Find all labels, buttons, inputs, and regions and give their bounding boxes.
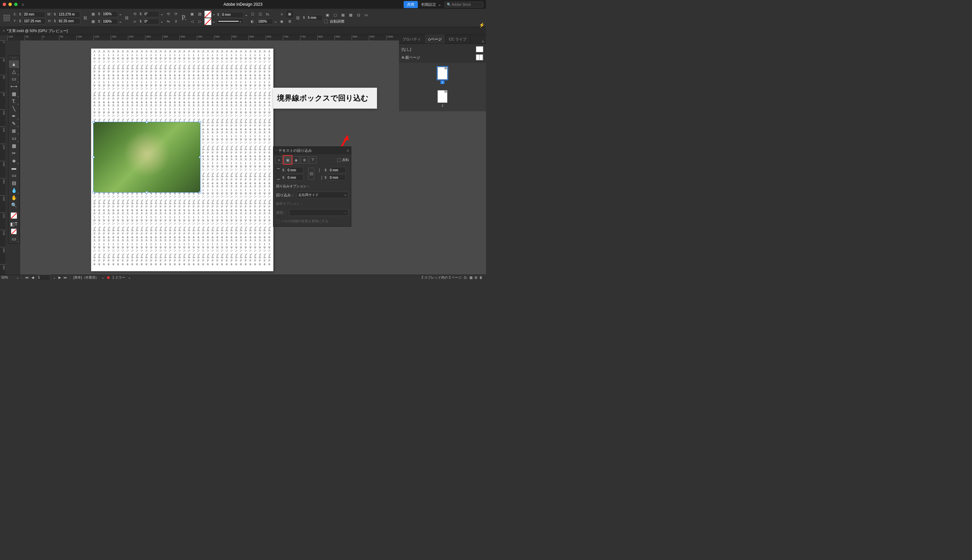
type-tool[interactable]: T. <box>9 97 19 105</box>
wrap-shape-bar-icon[interactable]: ◉ <box>279 18 285 25</box>
center-content-icon[interactable]: ⊡ <box>355 12 362 18</box>
w-input[interactable] <box>57 12 80 18</box>
flip-v-icon[interactable]: ⥯ <box>172 18 179 25</box>
content-collector-tool[interactable]: ▦ <box>9 90 19 97</box>
x-input[interactable] <box>23 12 45 18</box>
pencil-tool[interactable]: ✎ <box>9 120 19 127</box>
page-nav-next-icon[interactable]: ▶ <box>58 276 61 279</box>
eyedropper-tool[interactable]: 💧 <box>9 187 19 194</box>
page-tool[interactable]: ▭ <box>9 75 19 83</box>
master-none-row[interactable]: [なし] <box>401 45 484 53</box>
rectangle-frame-tool[interactable]: ⊠ <box>9 127 19 135</box>
page-nav-last-icon[interactable]: ⏭ <box>64 276 67 279</box>
table-tool[interactable]: ▦ <box>9 142 19 150</box>
stroke-swatch[interactable] <box>205 18 211 25</box>
home-icon[interactable]: ⌂ <box>22 2 24 7</box>
toolbox-grip-icon[interactable]: «» <box>8 56 19 60</box>
wrap-jump-button[interactable]: ≣ <box>301 156 308 163</box>
fill-stroke-toggle[interactable] <box>9 211 19 220</box>
page-nav-first-icon[interactable]: ⏮ <box>25 276 29 279</box>
stroke-weight-input[interactable] <box>221 12 244 18</box>
gap-tool[interactable]: ⟷ <box>9 83 19 90</box>
auto-fit-checkbox[interactable] <box>324 20 328 23</box>
gradient-feather-tool[interactable]: ▭ <box>9 172 19 179</box>
wrap-none-button[interactable]: ≡ <box>276 156 283 163</box>
page-thumb-1[interactable]: A <box>438 67 448 80</box>
wrap-bbox-bar-icon[interactable]: ▣ <box>286 11 293 18</box>
tab-pages[interactable]: ◇ ページ <box>424 35 446 43</box>
resize-handle[interactable] <box>146 191 148 193</box>
panel-menu-icon[interactable]: ≡ <box>347 148 349 152</box>
apply-color-icon[interactable]: ◧T <box>9 220 19 228</box>
offset-top-input[interactable] <box>286 167 303 173</box>
offset-left-input[interactable] <box>328 167 346 173</box>
document-page-1[interactable]: ストサンプルテキストサンプルテキストサンプルテキストサンプルテキストサンプルテキ… <box>91 48 273 271</box>
corner-live-icon[interactable]: ◫ <box>257 11 264 18</box>
workspace-preset[interactable]: 初期設定 ⌄ <box>421 2 441 7</box>
image-frame-selected[interactable] <box>93 122 200 193</box>
wrap-none-bar-icon[interactable]: ≡ <box>279 11 285 18</box>
select-content-icon[interactable]: ▨ <box>196 11 203 18</box>
free-transform-tool[interactable]: ◈ <box>9 157 19 164</box>
status-icon-2[interactable]: ▦ <box>469 276 473 279</box>
error-count[interactable]: 1 エラー <box>112 275 125 280</box>
h-input[interactable] <box>57 18 80 24</box>
resize-handle[interactable] <box>199 121 201 123</box>
minimize-window-icon[interactable] <box>8 3 12 6</box>
resize-handle[interactable] <box>92 191 95 193</box>
gradient-swatch-tool[interactable]: ▬ <box>9 164 19 172</box>
bolt-icon[interactable]: ⚡ <box>479 22 484 28</box>
resize-handle[interactable] <box>199 156 201 158</box>
fit-frame-icon[interactable]: ▣ <box>324 12 331 18</box>
corner-option-icon[interactable]: ◻ <box>249 11 256 18</box>
flip-h-icon[interactable]: ⇋ <box>165 18 172 25</box>
wrap-link-icon[interactable]: ⛓ <box>294 15 301 21</box>
scale-y-input[interactable] <box>102 18 118 25</box>
y-input[interactable] <box>23 18 45 24</box>
document-tab[interactable]: ×*文章.indd @ 50% [GPU プレビュー] <box>3 28 68 33</box>
stock-search-input[interactable]: 🔍 Adobe Stock <box>444 2 483 7</box>
wrap-jump-next-button[interactable]: 下 <box>309 156 317 163</box>
master-parent-row[interactable]: A-親ページ <box>401 53 484 62</box>
offset-right-input[interactable] <box>328 174 346 180</box>
page-nav-prev-icon[interactable]: ◀ <box>32 276 34 279</box>
scissors-tool[interactable]: ✂ <box>9 150 19 157</box>
constrain-wh-icon[interactable]: ⛓ <box>82 15 89 21</box>
tab-properties[interactable]: プロパティ <box>399 35 424 43</box>
preflight-profile[interactable]: [基本]（作業用） <box>73 275 99 280</box>
invert-checkbox[interactable] <box>337 158 341 162</box>
page-nav-input[interactable] <box>37 275 50 280</box>
link-offsets-icon[interactable]: ⛓ <box>308 168 314 180</box>
line-tool[interactable]: ╲ <box>9 105 19 112</box>
selection-tool[interactable]: ▲ <box>9 60 19 68</box>
text-wrap-panel-header[interactable]: × テキストの回り込み ≡ <box>273 147 351 154</box>
select-container-icon[interactable]: ▣ <box>189 11 195 18</box>
shear-input[interactable] <box>143 18 159 25</box>
delete-page-icon[interactable]: 🗑 <box>479 276 483 279</box>
wrap-shape-button[interactable]: ◉ <box>292 156 300 163</box>
panel-stack-menu-icon[interactable]: ≡ <box>480 40 486 43</box>
close-tab-icon[interactable]: × <box>3 29 5 33</box>
error-indicator-icon[interactable] <box>107 276 110 279</box>
fit-content-icon[interactable]: ▢ <box>332 12 339 18</box>
panel-grip-icon[interactable]: × <box>276 149 277 152</box>
share-button[interactable]: 共有 <box>404 1 418 8</box>
note-tool[interactable]: ▤ <box>9 179 19 187</box>
zoom-value[interactable]: 50% <box>2 276 13 279</box>
status-icon-1[interactable]: ⊡. <box>464 276 468 279</box>
rotate-cw-icon[interactable]: ⟳ <box>172 11 179 18</box>
tab-cc-libraries[interactable]: CC ライブ <box>446 35 470 43</box>
page-thumb-2[interactable]: A <box>438 90 448 103</box>
constrain-scale-icon[interactable]: ⛓ <box>123 15 130 21</box>
effects-icon[interactable]: fx. <box>265 11 271 18</box>
select-prev-icon[interactable]: ◁ <box>189 18 195 25</box>
view-mode-icon[interactable]: ▭ <box>9 235 19 243</box>
zoom-tool[interactable]: 🔍 <box>9 202 19 209</box>
opacity-input[interactable] <box>257 18 273 25</box>
clear-fit-icon[interactable]: ▭ <box>363 12 369 18</box>
stroke-style-select[interactable]: ⌄ <box>217 18 244 24</box>
apply-none-icon[interactable] <box>9 228 19 235</box>
scale-x-input[interactable] <box>102 11 118 17</box>
zoom-window-icon[interactable] <box>14 3 18 6</box>
resize-handle[interactable] <box>199 191 201 193</box>
